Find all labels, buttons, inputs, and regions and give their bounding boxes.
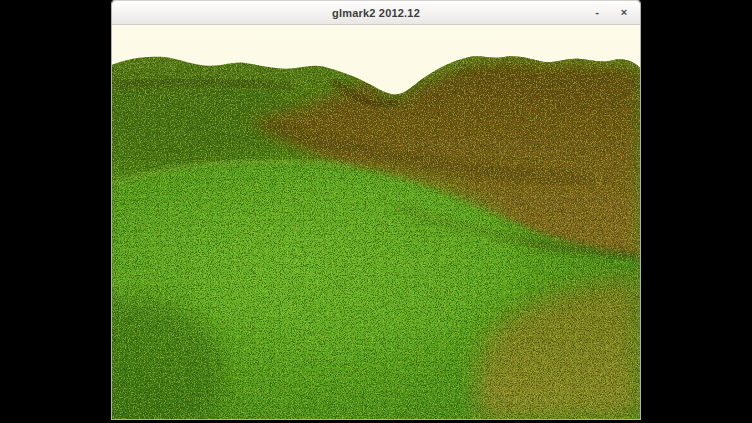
close-button[interactable]: × [617,7,631,18]
glmark2-window: glmark2 2012.12 - × [111,0,641,420]
terrain-render [112,25,640,419]
window-titlebar[interactable]: glmark2 2012.12 - × [112,1,640,25]
window-title: glmark2 2012.12 [112,7,640,19]
window-controls: - × [590,7,640,18]
desktop-background: glmark2 2012.12 - × [0,0,752,423]
render-viewport [112,25,640,419]
minimize-button[interactable]: - [590,7,604,18]
